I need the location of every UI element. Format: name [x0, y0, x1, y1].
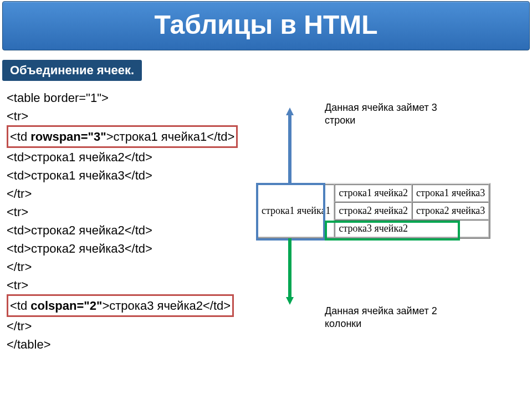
- annotation-colspan: Данная ячейка займет 2 колонки: [325, 305, 469, 330]
- code-line: <td>строка2 ячейка2</td>: [7, 221, 238, 239]
- table-cell: строка2 ячейка2: [335, 202, 411, 219]
- code-line: </tr>: [7, 185, 238, 203]
- html-code-example: <table border="1"> <tr> <td rowspan="3">…: [7, 89, 238, 354]
- code-line: <tr>: [7, 107, 238, 125]
- annotation-rowspan: Данная ячейка займет 3 строки: [325, 101, 469, 126]
- code-line-rowspan: <td rowspan="3">строка1 ячейка1</td>: [7, 125, 238, 148]
- code-line: </tr>: [7, 317, 238, 335]
- table-cell: строка1 ячейка2: [335, 185, 411, 202]
- code-line-colspan: <td colspan="2">строка3 ячейка2</td>: [7, 294, 238, 317]
- table-cell: строка2 ячейка3: [412, 202, 489, 219]
- slide-subtitle: Объединение ячеек.: [2, 60, 142, 81]
- code-line: </table>: [7, 335, 238, 354]
- rowspan-highlight: <td rowspan="3">строка1 ячейка1</td>: [7, 125, 238, 148]
- code-line: <tr>: [7, 203, 238, 221]
- table-cell: строка1 ячейка3: [412, 185, 489, 202]
- cell-colspan: строка3 ячейка2: [335, 220, 489, 237]
- arrow-up-icon: [286, 108, 294, 185]
- code-line: <table border="1">: [7, 89, 238, 107]
- rendered-table-example: строка1 ячейка1 строка1 ячейка2 строка1 …: [256, 183, 490, 239]
- colspan-highlight: <td colspan="2">строка3 ячейка2</td>: [7, 294, 234, 317]
- code-line: <tr>: [7, 276, 238, 294]
- code-line: <td>строка1 ячейка2</td>: [7, 148, 238, 166]
- code-line: <td>строка1 ячейка3</td>: [7, 166, 238, 185]
- code-line: </tr>: [7, 258, 238, 276]
- cell-rowspan: строка1 ячейка1: [258, 185, 334, 237]
- arrow-down-icon: [286, 238, 294, 305]
- code-line: <td>строка2 ячейка3</td>: [7, 239, 238, 258]
- slide-title: Таблицы в HTML: [2, 1, 530, 50]
